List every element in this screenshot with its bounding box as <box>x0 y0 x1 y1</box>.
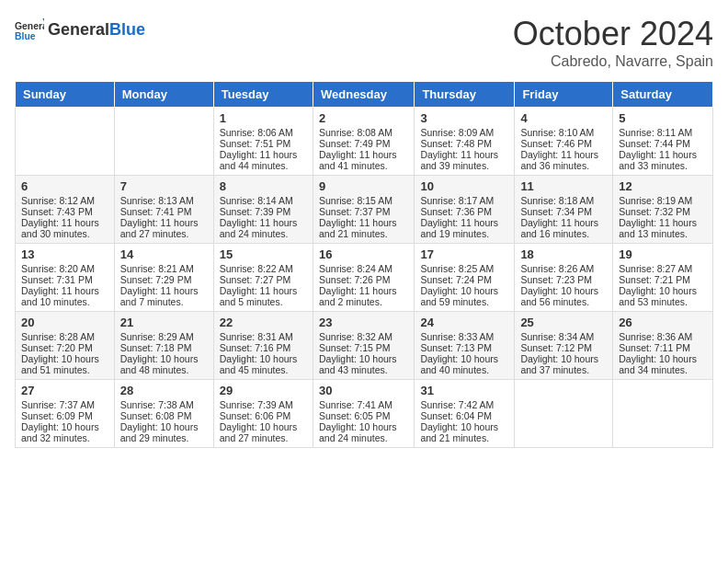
calendar-cell <box>114 108 213 176</box>
calendar-cell: 5Sunrise: 8:11 AMSunset: 7:44 PMDaylight… <box>613 108 713 176</box>
weekday-header-friday: Friday <box>515 82 613 108</box>
daylight-text: Daylight: 10 hours and 34 minutes. <box>619 353 707 375</box>
sunrise-text: Sunrise: 7:41 AM <box>319 399 408 410</box>
calendar-cell: 4Sunrise: 8:10 AMSunset: 7:46 PMDaylight… <box>515 108 613 176</box>
sunset-text: Sunset: 7:49 PM <box>319 138 408 149</box>
day-number: 26 <box>619 316 707 329</box>
sunrise-text: Sunrise: 8:20 AM <box>21 263 108 274</box>
calendar-cell: 22Sunrise: 8:31 AMSunset: 7:16 PMDayligh… <box>213 312 313 380</box>
daylight-text: Daylight: 11 hours and 30 minutes. <box>21 217 108 239</box>
calendar-cell: 28Sunrise: 7:38 AMSunset: 6:08 PMDayligh… <box>114 380 213 448</box>
daylight-text: Daylight: 11 hours and 16 minutes. <box>520 217 607 239</box>
sunrise-text: Sunrise: 8:10 AM <box>520 127 607 138</box>
daylight-text: Daylight: 10 hours and 27 minutes. <box>220 421 307 443</box>
day-number: 6 <box>21 179 108 193</box>
calendar-cell: 16Sunrise: 8:24 AMSunset: 7:26 PMDayligh… <box>313 244 414 312</box>
daylight-text: Daylight: 10 hours and 32 minutes. <box>21 421 108 443</box>
daylight-text: Daylight: 10 hours and 40 minutes. <box>420 353 508 375</box>
sunrise-text: Sunrise: 8:34 AM <box>520 331 607 342</box>
calendar-cell: 3Sunrise: 8:09 AMSunset: 7:48 PMDaylight… <box>415 108 515 176</box>
day-number: 17 <box>420 247 508 261</box>
day-number: 27 <box>21 384 108 397</box>
svg-text:Blue: Blue <box>15 31 36 41</box>
sunset-text: Sunset: 7:18 PM <box>120 342 208 353</box>
location-title: Cabredo, Navarre, Spain <box>513 53 713 70</box>
daylight-text: Daylight: 11 hours and 24 minutes. <box>220 217 307 239</box>
sunset-text: Sunset: 6:04 PM <box>420 410 508 421</box>
day-number: 8 <box>220 179 307 193</box>
sunset-text: Sunset: 7:31 PM <box>21 274 108 285</box>
calendar-cell: 2Sunrise: 8:08 AMSunset: 7:49 PMDaylight… <box>313 108 414 176</box>
sunset-text: Sunset: 7:11 PM <box>619 342 707 353</box>
sunset-text: Sunset: 7:51 PM <box>220 138 307 149</box>
day-number: 9 <box>319 179 408 193</box>
calendar-cell: 27Sunrise: 7:37 AMSunset: 6:09 PMDayligh… <box>16 380 115 448</box>
sunset-text: Sunset: 7:27 PM <box>220 274 307 285</box>
logo: General Blue GeneralBlue <box>15 15 145 44</box>
sunset-text: Sunset: 6:05 PM <box>319 410 408 421</box>
day-number: 31 <box>420 384 508 397</box>
daylight-text: Daylight: 11 hours and 33 minutes. <box>619 149 707 171</box>
daylight-text: Daylight: 10 hours and 51 minutes. <box>21 353 108 375</box>
sunset-text: Sunset: 7:15 PM <box>319 342 408 353</box>
sunset-text: Sunset: 7:13 PM <box>420 342 508 353</box>
day-number: 7 <box>120 179 208 193</box>
daylight-text: Daylight: 11 hours and 36 minutes. <box>520 149 607 171</box>
calendar-cell: 21Sunrise: 8:29 AMSunset: 7:18 PMDayligh… <box>114 312 213 380</box>
title-block: October 2024 Cabredo, Navarre, Spain <box>513 15 713 70</box>
calendar-week-2: 6Sunrise: 8:12 AMSunset: 7:43 PMDaylight… <box>16 176 713 244</box>
sunrise-text: Sunrise: 8:18 AM <box>520 195 607 206</box>
daylight-text: Daylight: 11 hours and 41 minutes. <box>319 149 408 171</box>
daylight-text: Daylight: 11 hours and 2 minutes. <box>319 285 408 307</box>
sunrise-text: Sunrise: 8:29 AM <box>120 331 208 342</box>
sunset-text: Sunset: 7:29 PM <box>120 274 208 285</box>
sunset-text: Sunset: 7:36 PM <box>420 206 508 217</box>
day-number: 13 <box>21 247 108 261</box>
calendar-table: SundayMondayTuesdayWednesdayThursdayFrid… <box>15 81 713 448</box>
sunrise-text: Sunrise: 8:12 AM <box>21 195 108 206</box>
calendar-cell: 24Sunrise: 8:33 AMSunset: 7:13 PMDayligh… <box>415 312 515 380</box>
day-number: 3 <box>420 111 508 125</box>
daylight-text: Daylight: 11 hours and 19 minutes. <box>420 217 508 239</box>
sunset-text: Sunset: 6:08 PM <box>120 410 208 421</box>
daylight-text: Daylight: 10 hours and 56 minutes. <box>520 285 607 307</box>
calendar-cell: 18Sunrise: 8:26 AMSunset: 7:23 PMDayligh… <box>515 244 613 312</box>
sunrise-text: Sunrise: 8:26 AM <box>520 263 607 274</box>
sunrise-text: Sunrise: 8:36 AM <box>619 331 707 342</box>
sunrise-text: Sunrise: 8:09 AM <box>420 127 508 138</box>
sunrise-text: Sunrise: 8:33 AM <box>420 331 508 342</box>
sunrise-text: Sunrise: 8:24 AM <box>319 263 408 274</box>
weekday-header-monday: Monday <box>114 82 213 108</box>
logo-blue-text: Blue <box>109 20 145 39</box>
calendar-cell: 30Sunrise: 7:41 AMSunset: 6:05 PMDayligh… <box>313 380 414 448</box>
calendar-cell <box>613 380 713 448</box>
calendar-cell: 11Sunrise: 8:18 AMSunset: 7:34 PMDayligh… <box>515 176 613 244</box>
day-number: 1 <box>220 111 307 125</box>
sunrise-text: Sunrise: 8:11 AM <box>619 127 707 138</box>
daylight-text: Daylight: 10 hours and 53 minutes. <box>619 285 707 307</box>
sunrise-text: Sunrise: 8:28 AM <box>21 331 108 342</box>
sunrise-text: Sunrise: 8:31 AM <box>220 331 307 342</box>
day-number: 23 <box>319 316 408 329</box>
sunset-text: Sunset: 7:41 PM <box>120 206 208 217</box>
weekday-header-wednesday: Wednesday <box>313 82 414 108</box>
day-number: 28 <box>120 384 208 397</box>
day-number: 22 <box>220 316 307 329</box>
calendar-cell: 25Sunrise: 8:34 AMSunset: 7:12 PMDayligh… <box>515 312 613 380</box>
day-number: 15 <box>220 247 307 261</box>
calendar-cell: 29Sunrise: 7:39 AMSunset: 6:06 PMDayligh… <box>213 380 313 448</box>
calendar-cell: 13Sunrise: 8:20 AMSunset: 7:31 PMDayligh… <box>16 244 115 312</box>
sunset-text: Sunset: 7:37 PM <box>319 206 408 217</box>
calendar-cell: 19Sunrise: 8:27 AMSunset: 7:21 PMDayligh… <box>613 244 713 312</box>
day-number: 20 <box>21 316 108 329</box>
daylight-text: Daylight: 10 hours and 29 minutes. <box>120 421 208 443</box>
calendar-cell: 12Sunrise: 8:19 AMSunset: 7:32 PMDayligh… <box>613 176 713 244</box>
sunset-text: Sunset: 7:32 PM <box>619 206 707 217</box>
calendar-cell: 26Sunrise: 8:36 AMSunset: 7:11 PMDayligh… <box>613 312 713 380</box>
sunrise-text: Sunrise: 8:17 AM <box>420 195 508 206</box>
sunset-text: Sunset: 7:48 PM <box>420 138 508 149</box>
calendar-cell: 8Sunrise: 8:14 AMSunset: 7:39 PMDaylight… <box>213 176 313 244</box>
sunrise-text: Sunrise: 8:19 AM <box>619 195 707 206</box>
weekday-header-thursday: Thursday <box>415 82 515 108</box>
sunrise-text: Sunrise: 8:27 AM <box>619 263 707 274</box>
